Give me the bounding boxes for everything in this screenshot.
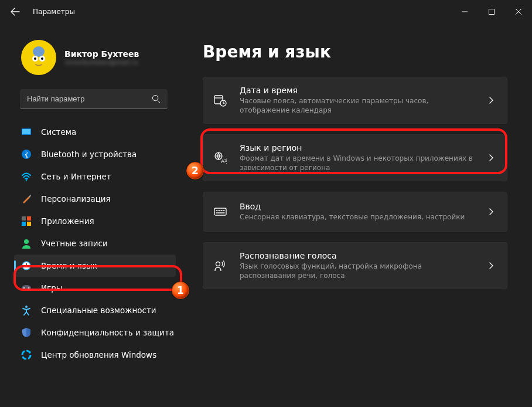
speech-icon — [214, 259, 227, 272]
badge-1: 1 — [172, 281, 189, 299]
card-title: Распознавание голоса — [240, 251, 474, 260]
close-button[interactable] — [505, 0, 532, 23]
card-desc: Часовые пояса, автоматические параметры … — [240, 96, 474, 115]
sidebar-item-label: Персонализация — [41, 194, 111, 204]
search-box[interactable] — [20, 89, 168, 109]
person-icon — [21, 238, 32, 249]
main-panel: Время и язык Дата и время Часовые пояса,… — [182, 23, 532, 407]
minimize-button[interactable] — [451, 0, 478, 23]
sidebar-item-label: Конфиденциальность и защита — [41, 328, 174, 337]
card-language-region[interactable]: A字 Язык и регион Формат дат и времени в … — [203, 134, 507, 181]
calendar-clock-icon — [214, 94, 227, 107]
sidebar-item-time-language[interactable]: Время и язык — [14, 255, 176, 277]
card-title: Дата и время — [240, 86, 474, 95]
svg-point-19 — [22, 285, 31, 291]
card-desc: Формат дат и времени в Windows и некотор… — [240, 154, 474, 172]
sidebar-item-label: Учетные записи — [41, 239, 108, 248]
sidebar-item-label: Сеть и Интернет — [41, 172, 111, 181]
chevron-right-icon — [487, 262, 495, 270]
sidebar-item-label: Игры — [41, 283, 62, 293]
sidebar-item-label: Приложения — [41, 216, 94, 226]
brush-icon — [21, 194, 32, 204]
chevron-right-icon — [487, 96, 495, 104]
sidebar: Виктор Бухтеев victorbuhteev@mail.ru Сис… — [0, 23, 182, 407]
sidebar-item-label: Специальные возможности — [41, 306, 156, 315]
sidebar-item-accounts[interactable]: Учетные записи — [14, 232, 176, 255]
search-icon — [152, 94, 161, 103]
user-email: victorbuhteev@mail.ru — [64, 59, 139, 66]
badge-2: 2 — [186, 162, 204, 179]
svg-point-4 — [34, 57, 36, 60]
svg-text:A字: A字 — [221, 158, 227, 164]
svg-rect-12 — [22, 216, 26, 221]
svg-point-6 — [41, 57, 43, 60]
gamepad-icon — [21, 283, 32, 293]
chevron-right-icon — [487, 208, 495, 216]
card-title: Язык и регион — [240, 143, 474, 152]
svg-point-23 — [22, 351, 30, 359]
search-input[interactable] — [27, 94, 152, 103]
sidebar-item-label: Система — [41, 127, 76, 137]
language-icon: A字 — [214, 151, 227, 164]
svg-rect-13 — [27, 216, 31, 221]
shield-icon — [21, 327, 32, 338]
maximize-button[interactable] — [478, 0, 505, 23]
apps-icon — [21, 216, 32, 226]
card-input[interactable]: Ввод Сенсорная клавиатура, текстовые пре… — [203, 192, 507, 232]
keyboard-icon — [214, 205, 227, 218]
sidebar-item-accessibility[interactable]: Специальные возможности — [14, 299, 176, 321]
sidebar-item-label: Bluetooth и устройства — [41, 150, 137, 159]
wifi-icon — [21, 171, 32, 182]
sidebar-item-system[interactable]: Система — [14, 121, 176, 143]
svg-point-11 — [26, 179, 27, 181]
avatar — [21, 40, 56, 75]
svg-rect-28 — [214, 208, 226, 215]
sidebar-item-privacy[interactable]: Конфиденциальность и защита — [14, 321, 176, 344]
window-title: Параметры — [33, 8, 75, 16]
sidebar-item-gaming[interactable]: Игры — [14, 277, 176, 299]
page-title: Время и язык — [203, 42, 507, 62]
svg-rect-15 — [27, 222, 31, 226]
svg-point-16 — [24, 239, 29, 244]
titlebar: Параметры — [0, 0, 532, 23]
back-icon[interactable] — [11, 7, 20, 16]
card-title: Ввод — [240, 202, 474, 211]
user-block[interactable]: Виктор Бухтеев victorbuhteev@mail.ru — [6, 23, 176, 89]
svg-point-7 — [152, 95, 158, 100]
svg-point-29 — [216, 262, 220, 266]
card-speech[interactable]: Распознавание голоса Язык голосовых функ… — [203, 242, 507, 289]
user-name: Виктор Бухтеев — [64, 49, 139, 59]
svg-rect-14 — [22, 222, 26, 226]
chevron-right-icon — [487, 154, 495, 162]
sidebar-item-bluetooth[interactable]: Bluetooth и устройства — [14, 143, 176, 165]
clock-icon — [21, 260, 32, 271]
svg-rect-9 — [22, 129, 30, 134]
sidebar-item-apps[interactable]: Приложения — [14, 210, 176, 232]
sidebar-item-update[interactable]: Центр обновления Windows — [14, 344, 176, 366]
card-desc: Сенсорная клавиатура, текстовые предложе… — [240, 212, 474, 222]
sidebar-item-label: Центр обновления Windows — [41, 350, 156, 359]
accessibility-icon — [21, 305, 32, 316]
svg-point-20 — [23, 287, 25, 289]
svg-point-2 — [33, 46, 45, 57]
card-desc: Язык голосовых функций, настройка микроф… — [240, 262, 474, 280]
bluetooth-icon — [21, 149, 32, 160]
svg-point-22 — [25, 306, 28, 308]
card-date-time[interactable]: Дата и время Часовые пояса, автоматическ… — [203, 77, 507, 124]
sidebar-item-label: Время и язык — [41, 261, 97, 270]
sidebar-item-personalization[interactable]: Персонализация — [14, 188, 176, 210]
sidebar-item-network[interactable]: Сеть и Интернет — [14, 165, 176, 188]
svg-point-21 — [28, 287, 30, 289]
update-icon — [21, 350, 32, 360]
system-icon — [21, 127, 32, 137]
sidebar-nav: Система Bluetooth и устройства Сеть и Ин… — [6, 121, 176, 366]
svg-rect-0 — [489, 9, 495, 15]
